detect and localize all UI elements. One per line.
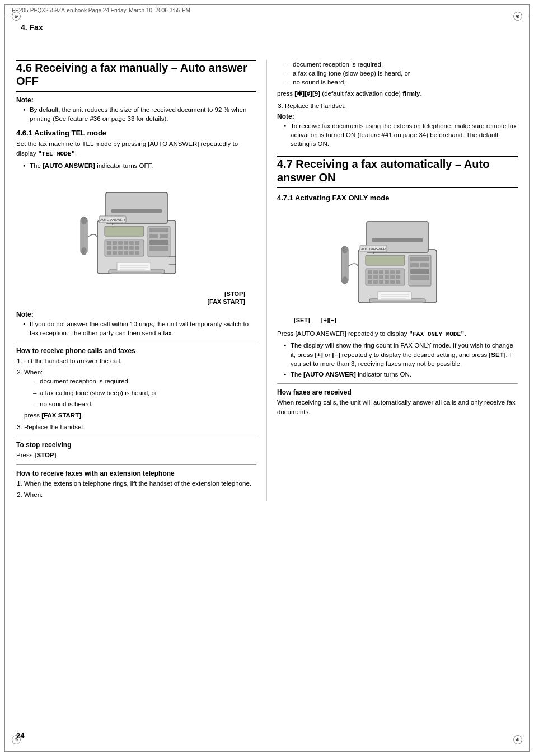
svg-rect-53 — [396, 270, 400, 274]
svg-rect-14 — [124, 246, 128, 250]
svg-rect-62 — [379, 280, 383, 284]
svg-text:AUTO ANSWER: AUTO ANSWER — [361, 247, 386, 251]
svg-rect-12 — [113, 246, 117, 250]
note-bullets-1: By default, the unit reduces the size of… — [16, 105, 256, 123]
fax-illustration-right: AUTO ANSWER — [277, 208, 518, 311]
to-stop-heading: To stop receiving — [16, 441, 256, 449]
svg-rect-13 — [118, 246, 123, 250]
svg-rect-57 — [385, 275, 389, 279]
note-label-1: Note: — [16, 96, 256, 104]
step3-list: Replace the handset. — [277, 101, 518, 110]
divider-2 — [16, 436, 256, 436]
file-info-bar: FP205-PFQX2559ZA-en.book Page 24 Friday,… — [5, 5, 529, 16]
svg-rect-18 — [113, 251, 117, 255]
receive-step-2: When: document reception is required, a … — [24, 368, 256, 420]
section-4-7-heading: 4.7 Receiving a fax automatically – Auto… — [277, 157, 518, 184]
section-4-7-bullets: The display will show the ring count in … — [277, 341, 518, 378]
press-code-text: press [✱][#][9] (default fax activation … — [277, 89, 518, 98]
subsection-4-6-1-bullets: The [AUTO ANSWER] indicator turns OFF. — [16, 161, 256, 170]
svg-rect-16 — [135, 246, 139, 250]
svg-rect-67 — [410, 257, 429, 261]
label-stop: [STOP] — [224, 290, 245, 297]
svg-rect-71 — [410, 275, 429, 280]
svg-point-74 — [342, 276, 348, 284]
label-fax-start: [FAX START] — [207, 298, 245, 305]
when-items: document reception is required, a fax ca… — [24, 377, 256, 408]
svg-rect-7 — [118, 241, 123, 245]
svg-rect-20 — [124, 251, 128, 255]
file-info-text: FP205-PFQX2559ZA-en.book Page 24 Friday,… — [12, 7, 190, 13]
note-bullet-1-0: By default, the unit reduces the size of… — [23, 105, 256, 123]
svg-rect-79 — [372, 301, 423, 303]
note-bullets-2: If you do not answer the call within 10 … — [16, 320, 256, 337]
svg-rect-21 — [129, 251, 134, 255]
fax-illustration-left: AUTO ANSWER — [16, 176, 256, 285]
corner-mark-br: ⊕ — [513, 735, 522, 744]
svg-rect-2 — [111, 209, 162, 213]
svg-rect-59 — [396, 275, 400, 279]
note-label-3: Note: — [277, 112, 518, 120]
svg-text:AUTO ANSWER: AUTO ANSWER — [100, 218, 125, 222]
corner-mark-tr: ⊕ — [513, 12, 522, 21]
svg-rect-5 — [107, 241, 111, 245]
subsection-4-6-1-bullet-0: The [AUTO ANSWER] indicator turns OFF. — [23, 161, 256, 170]
when-item-2: no sound is heard, — [33, 400, 256, 408]
receive-steps: Lift the handset to answer the call. Whe… — [16, 356, 256, 431]
svg-rect-56 — [379, 275, 383, 279]
svg-rect-63 — [385, 280, 389, 284]
svg-rect-52 — [390, 270, 395, 274]
svg-rect-65 — [396, 280, 400, 284]
svg-rect-10 — [135, 241, 139, 245]
svg-rect-61 — [373, 280, 378, 284]
svg-rect-45 — [372, 238, 423, 242]
note-bullet-3-0: To receive fax documents using the exten… — [284, 121, 518, 148]
press-auto-answer-text: Press [AUTO ANSWER] repeatedly to displa… — [277, 329, 518, 339]
svg-rect-9 — [129, 241, 134, 245]
svg-rect-15 — [129, 246, 134, 250]
label-plus-minus: [+][–] — [321, 317, 336, 323]
ext-when-0: document reception is required, — [286, 60, 518, 69]
fax-machine-svg-left: AUTO ANSWER — [78, 176, 195, 285]
svg-rect-19 — [118, 251, 123, 255]
svg-rect-48 — [368, 270, 372, 274]
svg-point-73 — [342, 246, 348, 253]
how-faxes-heading: How faxes are received — [277, 388, 518, 396]
chapter-label: 4. Fax — [21, 23, 513, 32]
subsection-4-6-1-body: Set the fax machine to TEL mode by press… — [16, 139, 256, 159]
note-bullet-2-0: If you do not answer the call within 10 … — [23, 320, 256, 337]
divider-right-1 — [277, 383, 518, 384]
fax-machine-svg-right: AUTO ANSWER — [339, 208, 456, 311]
how-faxes-body: When receiving calls, the unit will auto… — [277, 398, 518, 417]
press-stop-text: Press [STOP]. — [16, 450, 256, 460]
subsection-4-6-1-heading: 4.6.1 Activating TEL mode — [16, 129, 256, 137]
svg-rect-38 — [111, 272, 162, 274]
right-column: document reception is required, a fax ca… — [267, 60, 518, 501]
step3-item: Replace the handset. — [285, 101, 518, 110]
note-bullets-3: To receive fax documents using the exten… — [277, 121, 518, 148]
section-4-6-heading: 4.6 Receiving a fax manually – Auto answ… — [16, 61, 256, 88]
svg-rect-24 — [149, 228, 168, 232]
svg-rect-69 — [420, 263, 429, 267]
svg-rect-26 — [160, 234, 168, 238]
corner-mark-tl: ⊕ — [12, 12, 21, 21]
subsection-4-7-1-heading: 4.7.1 Activating FAX ONLY mode — [277, 194, 518, 202]
ext-steps: When the extension telephone rings, lift… — [16, 479, 256, 499]
svg-rect-51 — [385, 270, 389, 274]
press-fax-start-text: press [FAX START]. — [24, 411, 256, 420]
svg-rect-55 — [373, 275, 378, 279]
svg-point-31 — [81, 247, 87, 255]
svg-rect-49 — [373, 270, 378, 274]
svg-rect-25 — [149, 234, 158, 238]
section-4-7-bullet-1: The [AUTO ANSWER] indicator turns ON. — [284, 370, 518, 379]
svg-rect-28 — [149, 246, 168, 251]
svg-rect-8 — [124, 241, 128, 245]
extension-heading: How to receive faxes with an extension t… — [16, 469, 256, 477]
note-label-2: Note: — [16, 311, 256, 318]
ext-step-2: When: — [24, 490, 256, 499]
svg-rect-68 — [410, 263, 419, 267]
svg-rect-70 — [410, 269, 429, 274]
when-item-1: a fax calling tone (slow beep) is heard,… — [33, 388, 256, 397]
svg-rect-46 — [366, 255, 405, 265]
svg-point-30 — [81, 217, 87, 224]
divider-1 — [16, 342, 256, 342]
